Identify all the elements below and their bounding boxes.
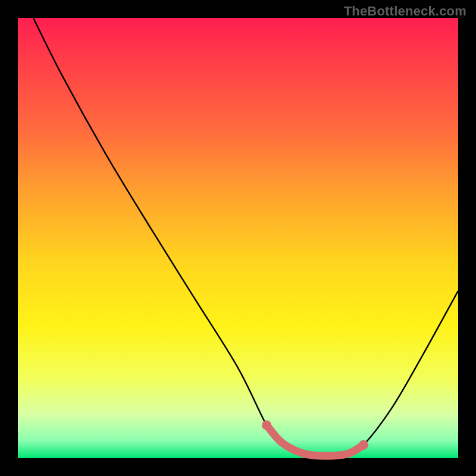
gradient-plot-area	[18, 18, 458, 458]
curve-layer	[18, 18, 458, 458]
highlight-endpoint-dot	[262, 421, 271, 430]
highlight-minimum-segment	[267, 425, 364, 456]
highlight-endpoint-dot	[359, 440, 368, 450]
app-frame: TheBottleneck.com	[0, 0, 476, 476]
watermark-text: TheBottleneck.com	[344, 4, 466, 19]
bottleneck-curve	[33, 18, 458, 456]
